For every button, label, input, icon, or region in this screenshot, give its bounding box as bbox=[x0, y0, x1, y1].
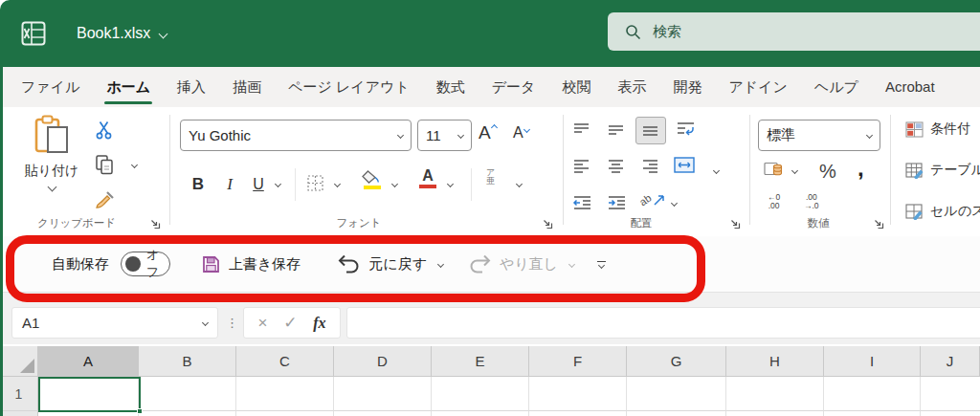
number-dialog-launcher[interactable] bbox=[873, 218, 884, 230]
font-size-combo[interactable]: 11 bbox=[417, 120, 472, 151]
align-left-button[interactable] bbox=[572, 159, 591, 173]
borders-chevron-icon[interactable] bbox=[334, 181, 341, 187]
grid-cell[interactable] bbox=[139, 377, 236, 411]
copy-button[interactable] bbox=[96, 155, 114, 175]
workbook-title[interactable]: Book1.xlsx bbox=[77, 0, 167, 67]
grid-cell[interactable] bbox=[529, 377, 627, 411]
save-button[interactable]: 上書き保存 bbox=[201, 254, 301, 274]
align-right-button[interactable] bbox=[641, 159, 660, 173]
select-all-corner[interactable] bbox=[0, 346, 38, 377]
grid-cell[interactable] bbox=[921, 411, 980, 416]
underline-button[interactable]: U bbox=[249, 170, 268, 199]
grid-cell[interactable] bbox=[334, 411, 432, 416]
grid-cell[interactable] bbox=[921, 377, 980, 411]
active-cell-selection[interactable] bbox=[38, 377, 141, 412]
decrease-decimal-button[interactable]: .00 →.0 bbox=[804, 193, 819, 210]
tab-review[interactable]: 校閲 bbox=[548, 67, 604, 107]
align-top-button[interactable] bbox=[572, 122, 591, 137]
decrease-font-size-button[interactable]: A bbox=[513, 124, 529, 142]
grid-cell[interactable] bbox=[334, 377, 432, 411]
name-box[interactable]: A1 bbox=[11, 307, 218, 339]
grid-cell[interactable] bbox=[529, 411, 627, 416]
autosave-toggle[interactable]: オフ bbox=[121, 252, 170, 276]
copy-chevron-down-icon[interactable] bbox=[131, 162, 138, 168]
bold-button[interactable]: B bbox=[188, 170, 209, 199]
column-header-d[interactable]: D bbox=[334, 346, 432, 377]
column-header-b[interactable]: B bbox=[139, 346, 236, 377]
grid-cell[interactable] bbox=[824, 377, 921, 411]
tab-file[interactable]: ファイル bbox=[8, 67, 93, 107]
column-header-c[interactable]: C bbox=[236, 346, 334, 377]
format-as-table-button[interactable]: テーブル bbox=[905, 162, 980, 179]
merge-chevron-icon[interactable] bbox=[713, 167, 720, 174]
align-middle-button[interactable] bbox=[607, 122, 626, 137]
formula-input[interactable] bbox=[346, 307, 980, 339]
enter-button[interactable]: ✓ bbox=[283, 313, 297, 333]
tab-acrobat[interactable]: Acrobat bbox=[872, 67, 948, 107]
grid-cell[interactable] bbox=[627, 377, 726, 411]
tab-page-layout[interactable]: ページ レイアウト bbox=[275, 67, 423, 107]
redo-button-disabled[interactable]: やり直し bbox=[468, 253, 558, 274]
accounting-format-button[interactable] bbox=[764, 161, 785, 178]
fill-handle[interactable] bbox=[137, 408, 143, 414]
tab-developer[interactable]: 開発 bbox=[659, 67, 715, 107]
number-format-combo[interactable]: 標準 bbox=[758, 120, 880, 151]
increase-font-size-button[interactable]: A bbox=[479, 122, 497, 143]
column-header-h[interactable]: H bbox=[726, 346, 824, 377]
comma-style-button[interactable]: , bbox=[858, 155, 864, 182]
row-header-1[interactable]: 1 bbox=[0, 377, 38, 411]
row-header-2[interactable] bbox=[0, 411, 38, 416]
qat-overflow-button[interactable] bbox=[597, 261, 606, 268]
grid-cell[interactable] bbox=[824, 411, 921, 416]
alignment-dialog-launcher[interactable] bbox=[729, 218, 741, 230]
grid-cell[interactable] bbox=[236, 411, 334, 416]
tab-draw[interactable]: 描画 bbox=[219, 67, 275, 107]
fill-color-chevron-icon[interactable] bbox=[391, 181, 398, 187]
borders-button[interactable] bbox=[306, 174, 324, 192]
grid-cell[interactable] bbox=[432, 411, 529, 416]
format-painter-button[interactable] bbox=[95, 189, 116, 210]
grid-cell[interactable] bbox=[236, 377, 334, 411]
align-bottom-button-selected[interactable] bbox=[635, 117, 666, 144]
phonetic-chevron-icon[interactable] bbox=[516, 181, 523, 187]
accounting-chevron-icon[interactable] bbox=[791, 167, 798, 174]
cut-button[interactable] bbox=[96, 120, 112, 140]
column-header-e[interactable]: E bbox=[432, 346, 529, 377]
font-color-chevron-icon[interactable] bbox=[447, 181, 454, 187]
column-header-a[interactable]: A bbox=[38, 346, 139, 377]
column-header-g[interactable]: G bbox=[627, 346, 726, 377]
wrap-text-button[interactable] bbox=[676, 120, 696, 137]
merge-center-button[interactable] bbox=[674, 157, 695, 173]
conditional-formatting-button[interactable]: 条件付 bbox=[905, 120, 970, 138]
insert-function-button[interactable]: fx bbox=[313, 315, 325, 332]
font-dialog-launcher[interactable] bbox=[542, 218, 553, 230]
orientation-chevron-icon[interactable] bbox=[671, 200, 678, 207]
phonetic-guide-button[interactable]: ア 亜 bbox=[486, 168, 495, 186]
column-header-f[interactable]: F bbox=[529, 346, 627, 377]
formula-bar-grip-icon[interactable]: ⋮ bbox=[226, 307, 238, 339]
tab-home[interactable]: ホーム bbox=[93, 67, 164, 107]
increase-indent-button[interactable] bbox=[607, 195, 627, 209]
search-box[interactable]: 検索 bbox=[608, 12, 980, 51]
paste-button[interactable]: 貼り付け bbox=[17, 115, 86, 190]
increase-decimal-button[interactable]: ←0 .00 bbox=[768, 193, 780, 210]
clipboard-dialog-launcher[interactable] bbox=[149, 218, 161, 230]
font-name-combo[interactable]: Yu Gothic bbox=[180, 120, 412, 151]
fill-color-button[interactable] bbox=[362, 170, 382, 189]
tab-view[interactable]: 表示 bbox=[604, 67, 659, 107]
tab-insert[interactable]: 挿入 bbox=[164, 67, 219, 107]
font-color-button[interactable]: A bbox=[419, 168, 436, 188]
cancel-button[interactable]: × bbox=[257, 314, 267, 333]
decrease-indent-button[interactable] bbox=[572, 195, 592, 209]
align-center-button[interactable] bbox=[607, 159, 626, 173]
undo-chevron-icon[interactable] bbox=[437, 260, 444, 267]
grid-cell[interactable] bbox=[139, 411, 236, 416]
grid-cell[interactable] bbox=[432, 377, 529, 411]
tab-data[interactable]: データ bbox=[479, 67, 549, 107]
column-header-j[interactable]: J bbox=[921, 346, 980, 377]
orientation-button[interactable]: ab bbox=[639, 193, 666, 207]
tab-addins[interactable]: アドイン bbox=[715, 67, 800, 107]
cell-styles-button[interactable]: セルのス bbox=[905, 203, 980, 220]
grid-cell[interactable] bbox=[627, 411, 726, 416]
column-header-i[interactable]: I bbox=[824, 346, 921, 377]
